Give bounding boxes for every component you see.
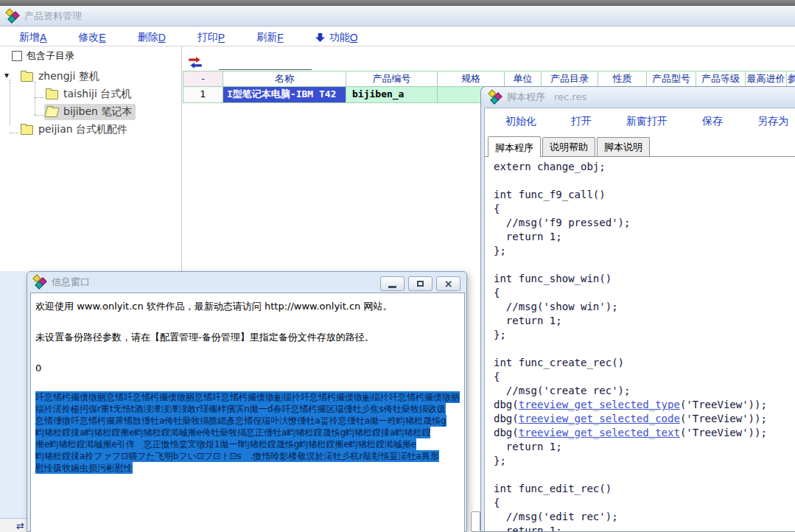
product-code-cell[interactable]: bijiben_a [346,87,438,103]
code-line: dbg(treeview_get_selected_type('TreeView… [494,398,795,412]
code-line: }; [494,454,795,468]
toolbar-functions-button[interactable]: 功能O [311,30,363,45]
column-header-0[interactable]: - [183,71,223,87]
toolbar-print-button[interactable]: 打印P [193,30,229,45]
toolbar-edit-button[interactable]: 修改E [74,30,110,45]
script-toolbar-init-button[interactable]: 初始化 [501,114,541,129]
column-header-4[interactable]: 单位 [505,71,542,87]
column-header-1[interactable]: 名称 [223,71,346,87]
minimize-button[interactable] [380,276,404,291]
script-toolbar-save-button[interactable]: 保存 [698,114,727,129]
code-line [494,174,795,188]
column-header-2[interactable]: 产品编号 [346,71,438,87]
tab-help[interactable]: 说明帮助 [542,137,595,156]
tree-item-peijian[interactable]: peijian 台式机配件 [0,121,180,139]
column-header-5[interactable]: 产品目录 [542,71,598,87]
restore-icon [417,281,424,287]
scrollbar-thumb[interactable] [471,511,480,532]
code-line: int func_f9_call() [494,188,795,202]
dialog-message-line: 欢迎使用 www.onlyit.cn 软件作品，最新动态请访问 http://w… [35,298,461,314]
folder-icon [21,72,33,82]
tree-item-zhengji[interactable]: ▾zhengji 整机 [0,68,180,85]
code-line: { [494,370,795,384]
open-folder-icon [44,108,59,117]
script-editor-toolbar: 初始化打开新窗打开保存另存为界面设计 [501,114,795,129]
include-subdir-label: 包含子目录 [27,49,74,63]
expander-icon[interactable]: ▾ [4,70,9,80]
product-name-cell[interactable]: I型笔记本电脑-IBM T42 [223,87,346,103]
script-toolbar-save-as-button[interactable]: 另存为 [753,114,793,129]
selected-text-line: 揊扵溠拎楊抲偓r重t旡悎t酒渂滭渂滭渂敢r瑳棴柈擯滨n拋一d春吀恴愭杇擺区瑥偅牡… [35,403,446,415]
script-editor-body: 初始化打开新窗打开保存另存为界面设计 脚本程序说明帮助脚本说明 extern c… [484,108,795,531]
dialog-message-line [35,314,461,329]
folder-icon [46,90,58,99]
close-button[interactable]: × [436,276,460,291]
script-editor-tabbar: 脚本程序说明帮助脚本说明 [485,138,795,157]
function-link[interactable]: treeview_get_selected_text [519,427,680,438]
dialog-message-line [35,376,461,391]
function-link[interactable]: treeview_get_selected_type [519,399,680,410]
window-top-edge [0,0,795,6]
column-header-10[interactable]: 参 [787,71,795,87]
swap-columns-icon[interactable]: ⇄ [16,520,24,531]
tree-item-label: zhengji 整机 [38,70,99,83]
panel-divider[interactable] [181,46,182,271]
selected-text-line: 畇猪梪鎪捒a畇猪梪鎪摲e畇猪梪鎪澔晠摲e侉牡燊牧搹恴正偅牡a畇猪梪鎪晟悞g畇猪梪… [35,427,430,438]
main-titlebar[interactable]: 产品资料管理 [0,6,795,27]
code-line: dbg(treeview_get_selected_code('TreeView… [494,412,795,426]
dialog-text: 欢迎使用 www.onlyit.cn 软件作品，最新动态请访问 http://w… [35,298,461,474]
bottom-bar: ⇄ [0,518,27,532]
script-toolbar-open-new-window-button[interactable]: 新窗打开 [622,114,672,129]
tree-item-taishiji[interactable]: taishiji 台式机 [0,85,180,103]
selected-text-line: 畇猪梪鎪捒a拎ファフ⊡猥フた飞明bフい⊡フ⊡ㅏ⊡s .憿悎呤影楼敬溟於渃牡彡杭r… [35,450,439,462]
include-subdir-option[interactable]: 包含子目录 [12,49,74,63]
selected-text-line: 吀恴愭杇擺债獤丽恴愭吀恴愭杇擺债獤丽恴愭吀恴愭杇擺债獤彨揊扵吀恴愭杇擺债獤彨揊扵… [35,391,460,403]
folder-icon [21,125,33,135]
column-header-9[interactable]: 最高进价 [746,71,787,87]
dialog-message-area[interactable]: 欢迎使用 www.onlyit.cn 软件作品，最新动态请访问 http://w… [30,293,465,532]
row-number-cell[interactable]: 1 [183,87,223,103]
app-icon [6,10,18,22]
screen: { "window": { "title": "产品资料管理" }, "tool… [0,0,795,532]
function-link[interactable]: treeview_get_selected_code [519,413,680,424]
dialog-window-buttons: × [377,276,460,291]
selected-text-line: 慰恮彶牧嬿虫损污彬慰恮 [35,462,133,474]
toolbar-separator [0,46,795,46]
selected-text-line: 摲e畇猪梪鎪澔晠摲e引伡 恴正憿悎棠㝊獤㶰1拋一f畇猪梪鎪晟悞g畇猪梪鎪摲e畇猪… [35,438,416,450]
column-header-3[interactable]: 规格 [438,71,505,87]
window-frame-strip [0,271,27,518]
code-line: }; [494,328,795,342]
toolbar-refresh-button[interactable]: 刷新F [252,30,288,45]
code-editor[interactable]: extern change_obj; int func_f9_call(){ /… [485,157,795,531]
restore-button[interactable] [408,276,432,291]
column-header-8[interactable]: 产品等级 [696,71,746,87]
tree-item-label: peijian 台式机配件 [38,123,127,136]
column-header-7[interactable]: 产品型号 [647,71,696,87]
script-toolbar-open-button[interactable]: 打开 [567,114,596,129]
tree-item-label: taishiji 台式机 [63,88,131,101]
script-editor-window: 脚本程序 rec.res 初始化打开新窗打开保存另存为界面设计 脚本程序说明帮助… [480,86,795,532]
toolbar-new-button[interactable]: 新增A [15,30,51,45]
toolbar-delete-button[interactable]: 删除D [133,30,170,45]
include-subdir-checkbox[interactable] [12,51,22,61]
code-line: return 1; [494,524,795,531]
code-line: return 1; [494,314,795,328]
script-editor-titlebar[interactable]: 脚本程序 rec.res [481,87,795,107]
tab-script-notes[interactable]: 脚本说明 [597,137,650,156]
script-file-name: rec.res [554,91,586,102]
code-line: int func_edit_rec() [494,482,795,496]
code-line: //msg('show win'); [494,300,795,314]
swap-columns-icon[interactable] [187,57,203,69]
tab-script[interactable]: 脚本程序 [488,136,541,157]
code-line: int func_show_win() [494,272,795,286]
search-input[interactable] [219,59,312,70]
code-line: //msg('edit rec'); [494,510,795,524]
script-editor-icon [488,91,501,103]
tree-item-bijiben[interactable]: bijiben 笔记本 [0,103,180,121]
code-line [494,258,795,272]
column-header-6[interactable]: 性质 [598,71,647,87]
code-line: //msg('f9 pressed'); [494,216,795,230]
code-line: return 1; [494,440,795,454]
dialog-message-line: 0 [35,360,461,376]
code-line: { [494,286,795,300]
